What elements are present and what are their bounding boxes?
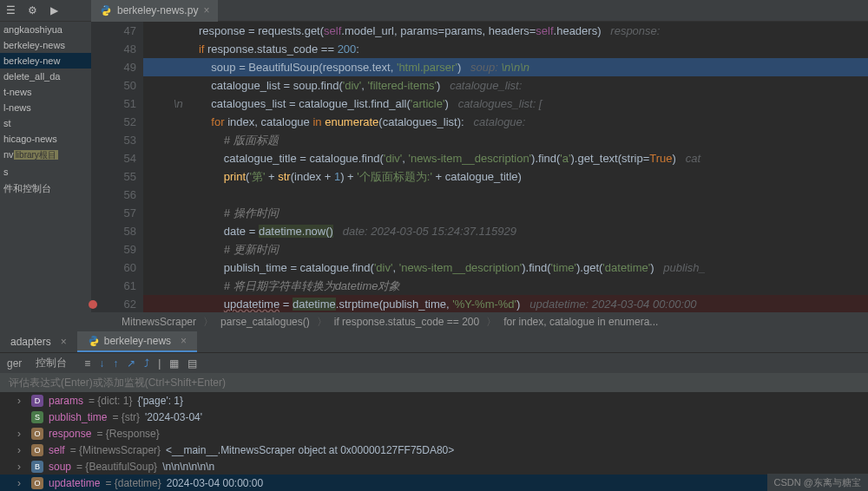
- tab-adapters[interactable]: adapters×: [0, 331, 77, 352]
- gutter: 47484950515253545556575859606162: [91, 22, 143, 312]
- sidebar-item[interactable]: t-news: [0, 84, 91, 100]
- sidebar-item[interactable]: 件和控制台: [0, 180, 91, 198]
- tab-berkeley-news[interactable]: berkeley-news×: [77, 331, 197, 352]
- var-row[interactable]: ›Oself = {MitnewsScraper} <__main__.Mitn…: [0, 442, 868, 458]
- var-row[interactable]: ›Bsoup = {BeautifulSoup} \n\n\n\n\n\n: [0, 458, 868, 475]
- python-icon: [100, 4, 112, 16]
- run-icon[interactable]: ▶: [43, 4, 65, 16]
- svg-point-0: [104, 6, 105, 7]
- debug-toolbar[interactable]: ger 控制台 ≡ ↓↑↗⤴ |▦▤: [0, 352, 868, 373]
- editor[interactable]: response = requests.get(self.model_url, …: [143, 22, 868, 312]
- close-icon[interactable]: ×: [203, 4, 209, 16]
- debugger-label: ger: [7, 357, 22, 370]
- variables-panel[interactable]: ›Dparams = {dict: 1} {'page': 1}Spublish…: [0, 392, 868, 491]
- footer: CSDN @东离与糖宝: [767, 474, 868, 491]
- breadcrumb-item[interactable]: MitnewsScraper: [122, 316, 196, 328]
- svg-point-1: [107, 14, 108, 15]
- python-icon: [88, 335, 100, 347]
- sidebar-item[interactable]: s: [0, 164, 91, 180]
- sidebar-item[interactable]: berkeley-new: [0, 53, 91, 69]
- sidebar-item[interactable]: angkaoshiyua: [0, 22, 91, 37]
- var-row[interactable]: ›Oresponse = {Response}: [0, 425, 868, 442]
- sidebar-item[interactable]: delete_all_da: [0, 69, 91, 84]
- breadcrumb-item[interactable]: for index, catalogue in enumera...: [503, 316, 658, 328]
- console-tab[interactable]: 控制台: [36, 356, 67, 370]
- sidebar-item[interactable]: nvlibrary根目: [0, 147, 91, 164]
- breadcrumb[interactable]: MitnewsScraper〉parse_catalogues()〉if res…: [0, 312, 868, 331]
- eval-input[interactable]: 评估表达式(Enter)或添加监视(Ctrl+Shift+Enter): [0, 373, 868, 392]
- gear-icon[interactable]: ⚙: [22, 4, 43, 16]
- var-row[interactable]: Spublish_time = {str} '2024-03-04': [0, 409, 868, 425]
- var-row[interactable]: ›Dparams = {dict: 1} {'page': 1}: [0, 392, 868, 409]
- sidebar-item[interactable]: berkeley-news: [0, 37, 91, 53]
- breadcrumb-item[interactable]: if response.status_code == 200: [334, 316, 479, 328]
- sidebar-item[interactable]: l-news: [0, 100, 91, 115]
- project-sidebar[interactable]: angkaoshiyuaberkeley-newsberkeley-newdel…: [0, 22, 91, 312]
- tab-label: berkeley-news.py: [117, 4, 198, 16]
- sidebar-item[interactable]: st: [0, 115, 91, 131]
- file-tab[interactable]: berkeley-news.py ×: [91, 0, 218, 22]
- menu-icon[interactable]: ☰: [0, 4, 22, 16]
- var-row[interactable]: ›Oupdatetime = {datetime} 2024-03-04 00:…: [0, 475, 868, 491]
- breadcrumb-item[interactable]: parse_catalogues(): [220, 316, 310, 328]
- sidebar-item[interactable]: hicago-news: [0, 131, 91, 147]
